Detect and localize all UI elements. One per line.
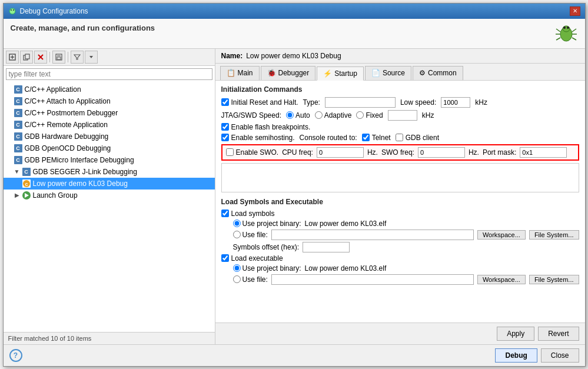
tree-item-label: GDB SEGGER J-Link Debugging: [33, 168, 137, 176]
telnet-checkbox[interactable]: [362, 134, 370, 141]
filter-status: Filter matched 10 of 10 items: [4, 332, 215, 344]
tab-startup[interactable]: ⚡ Startup: [317, 67, 364, 81]
tab-debugger-label: Debugger: [278, 69, 310, 77]
left-panel: C C/C++ Application C C/C++ Attach to Ap…: [4, 49, 215, 344]
debug-icon: [8, 7, 16, 15]
delete-config-button[interactable]: [34, 51, 47, 64]
gdb-client-checkbox[interactable]: [396, 134, 403, 141]
tree-item-cpp-attach[interactable]: C C/C++ Attach to Application: [4, 95, 215, 107]
tree-item-cpp-remote[interactable]: C C/C++ Remote Application: [4, 119, 215, 131]
apply-button[interactable]: Apply: [497, 327, 534, 341]
initial-reset-checkbox[interactable]: [221, 98, 229, 106]
load-symbols-checkbox[interactable]: [221, 210, 229, 217]
load-executable-checkbox[interactable]: [221, 254, 229, 262]
debug-button[interactable]: Debug: [495, 348, 537, 363]
filesystem2-button[interactable]: File System...: [529, 275, 579, 284]
dialog-body: C C/C++ Application C C/C++ Attach to Ap…: [4, 49, 585, 344]
gdb-client-label[interactable]: GDB client: [396, 134, 439, 142]
swo-freq-input[interactable]: [418, 147, 465, 158]
tree-item-label: C/C++ Postmortem Debugger: [25, 109, 118, 117]
semihosting-label[interactable]: Enable semihosting.: [221, 134, 295, 142]
tab-main[interactable]: 📋 Main: [220, 66, 260, 80]
tree-item-gdb-pemicro[interactable]: C GDB PEMicro Interface Debugging: [4, 154, 215, 166]
load-executable-label[interactable]: Load executable: [221, 254, 283, 262]
use-project-binary1-radio[interactable]: [233, 220, 241, 227]
expand-icon-launch: ▶: [14, 192, 20, 198]
tab-debugger-icon: 🐞: [267, 69, 276, 77]
tab-debugger[interactable]: 🐞 Debugger: [261, 66, 316, 80]
tree-item-gdb-hardware[interactable]: C GDB Hardware Debugging: [4, 131, 215, 142]
save-config-button[interactable]: [52, 51, 65, 64]
tree-item-gdb-segger[interactable]: ▼ C GDB SEGGER J-Link Debugging: [4, 166, 215, 178]
use-file2-radio[interactable]: [233, 275, 241, 283]
help-button[interactable]: ?: [9, 349, 22, 362]
enable-swo-row: Enable SWO. CPU freq: Hz. SWO freq: Hz. …: [221, 144, 579, 161]
use-file1-radio-label[interactable]: Use file:: [233, 231, 268, 239]
revert-button[interactable]: Revert: [538, 327, 579, 341]
flash-breakpoints-checkbox[interactable]: [221, 123, 229, 131]
toolbar-sep-2: [68, 52, 68, 62]
e-icon-gdb-openocd: C: [14, 144, 22, 152]
load-executable-row: Load executable: [221, 254, 579, 262]
adaptive-radio[interactable]: [315, 111, 323, 119]
fixed-radio-label[interactable]: Fixed: [356, 111, 383, 119]
telnet-label[interactable]: Telnet: [362, 134, 391, 142]
fixed-speed-input[interactable]: [388, 110, 417, 121]
use-file1-radio[interactable]: [233, 231, 241, 238]
fixed-radio[interactable]: [356, 111, 364, 119]
tab-source-label: Source: [383, 69, 405, 77]
debug-configurations-dialog: Debug Configurations ✕ Create, manage, a…: [3, 3, 586, 367]
load-symbols-label[interactable]: Load symbols: [221, 210, 275, 218]
auto-radio-label[interactable]: Auto: [286, 111, 310, 119]
use-project-binary2-radio[interactable]: [233, 264, 241, 272]
use-file1-input[interactable]: [271, 230, 474, 240]
semihosting-checkbox[interactable]: [221, 134, 229, 141]
close-button[interactable]: Close: [541, 348, 579, 363]
duplicate-config-button[interactable]: [20, 51, 33, 64]
filter-button[interactable]: [71, 51, 84, 64]
auto-radio[interactable]: [286, 111, 294, 119]
tab-source[interactable]: 📄 Source: [365, 66, 411, 80]
flash-breakpoints-label[interactable]: Enable flash breakpoints.: [221, 123, 311, 131]
tab-source-icon: 📄: [371, 69, 380, 77]
new-config-button[interactable]: [6, 51, 19, 64]
adaptive-radio-label[interactable]: Adaptive: [315, 111, 352, 119]
symbols-offset-input[interactable]: [303, 242, 350, 252]
cpu-freq-input[interactable]: [317, 147, 364, 158]
use-file2-radio-label[interactable]: Use file:: [233, 275, 268, 284]
dropdown-button[interactable]: [85, 51, 98, 64]
svg-rect-21: [57, 54, 61, 56]
right-panel: Name: Low power demo KL03 Debug 📋 Main 🐞…: [215, 49, 585, 344]
workspace2-button[interactable]: Workspace...: [477, 275, 526, 284]
tree-item-cpp-app[interactable]: C C/C++ Application: [4, 84, 215, 95]
tree-item-low-power[interactable]: c Low power demo KL03 Debug: [4, 178, 215, 190]
low-speed-input[interactable]: [441, 97, 470, 108]
svg-point-6: [567, 26, 569, 29]
tab-startup-icon: ⚡: [323, 69, 332, 78]
use-project-binary1-radio-label[interactable]: Use project binary:: [233, 220, 301, 228]
init-section-title: Initialization Commands: [221, 85, 579, 94]
tree-view: C C/C++ Application C C/C++ Attach to Ap…: [4, 82, 215, 332]
tree-item-cpp-postmortem[interactable]: C C/C++ Postmortem Debugger: [4, 107, 215, 119]
tab-main-icon: 📋: [227, 69, 235, 77]
port-mask-input[interactable]: [520, 147, 567, 158]
tab-common[interactable]: ⚙ Common: [413, 66, 463, 80]
type-input[interactable]: [325, 97, 396, 108]
tree-item-gdb-openocd[interactable]: C GDB OpenOCD Debugging: [4, 142, 215, 154]
title-bar-left: Debug Configurations: [8, 7, 88, 15]
swo-checkbox-label[interactable]: Enable SWO.: [226, 148, 279, 157]
use-file2-input[interactable]: [271, 274, 474, 285]
load-section: Load Symbols and Executable Load symbols…: [221, 198, 579, 285]
tree-item-label: GDB PEMicro Interface Debugging: [25, 156, 134, 164]
swo-checkbox[interactable]: [226, 148, 234, 156]
close-button[interactable]: ✕: [570, 6, 580, 16]
filesystem1-button[interactable]: File System...: [529, 230, 579, 240]
workspace1-button[interactable]: Workspace...: [477, 230, 526, 240]
e-icon-gdb-segger: C: [22, 168, 31, 176]
initial-reset-checkbox-label[interactable]: Initial Reset and Halt.: [221, 98, 298, 107]
init-commands-textarea[interactable]: [221, 163, 579, 192]
tab-main-label: Main: [238, 69, 253, 77]
filter-input[interactable]: [6, 68, 212, 80]
tree-item-launch-group[interactable]: ▶ Launch Group: [4, 190, 215, 201]
use-project-binary2-radio-label[interactable]: Use project binary:: [233, 264, 301, 272]
